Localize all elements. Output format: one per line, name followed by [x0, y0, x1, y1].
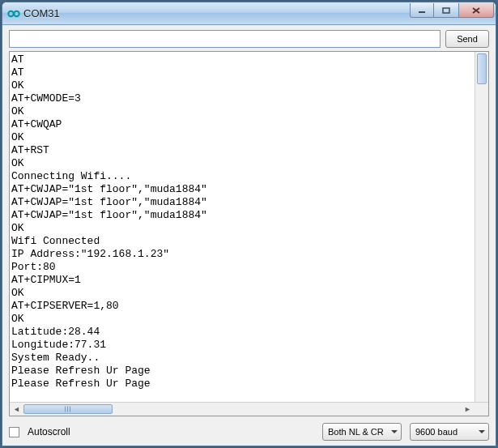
horizontal-scrollbar[interactable]: ◄ ► — [10, 402, 488, 416]
svg-rect-3 — [443, 8, 449, 13]
horizontal-scrollbar-track[interactable] — [23, 403, 461, 416]
line-ending-select[interactable]: Both NL & CR — [322, 423, 402, 441]
arduino-icon — [7, 7, 20, 20]
scroll-right-icon[interactable]: ► — [461, 403, 475, 416]
maximize-button[interactable] — [434, 3, 458, 18]
scroll-left-icon[interactable]: ◄ — [10, 403, 23, 416]
line-ending-value: Both NL & CR — [328, 427, 384, 437]
autoscroll-label: Autoscroll — [28, 426, 70, 437]
input-row: Send — [2, 25, 496, 51]
horizontal-scrollbar-thumb[interactable] — [23, 404, 113, 414]
console-output[interactable]: AT AT OK AT+CWMODE=3 OK AT+CWQAP OK AT+R… — [10, 52, 488, 402]
window-title: COM31 — [23, 7, 60, 19]
serial-input[interactable] — [9, 30, 441, 48]
window-controls — [410, 3, 494, 18]
close-button[interactable] — [458, 3, 494, 18]
baud-value: 9600 baud — [415, 427, 458, 437]
scrollbar-corner — [475, 403, 488, 416]
minimize-button[interactable] — [410, 3, 434, 18]
svg-point-1 — [14, 11, 19, 15]
svg-point-0 — [8, 11, 13, 15]
vertical-scrollbar-thumb[interactable] — [477, 53, 487, 84]
send-button[interactable]: Send — [445, 30, 489, 48]
baud-select[interactable]: 9600 baud — [410, 423, 489, 441]
console-area: AT AT OK AT+CWMODE=3 OK AT+CWQAP OK AT+R… — [9, 51, 489, 416]
chevron-down-icon — [479, 430, 485, 433]
serial-monitor-window: COM31 Send AT AT OK AT+CWMODE=3 OK AT+CW… — [2, 2, 496, 446]
chevron-down-icon — [391, 430, 398, 433]
autoscroll-checkbox[interactable] — [9, 427, 19, 437]
vertical-scrollbar[interactable] — [475, 52, 488, 402]
bottom-bar: Autoscroll Both NL & CR 9600 baud — [2, 420, 496, 446]
titlebar[interactable]: COM31 — [2, 2, 496, 25]
